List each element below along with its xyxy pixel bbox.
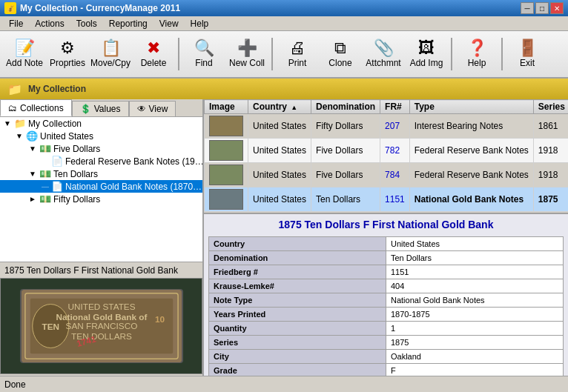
cell-series: 1918: [533, 139, 568, 163]
tree-toggle-root[interactable]: ▼: [3, 119, 12, 127]
detail-label: Note Type: [209, 293, 386, 307]
detail-value: National Gold Bank Notes: [386, 293, 563, 307]
clone-label: Clone: [328, 58, 351, 68]
exit-button[interactable]: 🚪 Exit: [507, 34, 547, 74]
clone-button[interactable]: ⧉ Clone: [320, 34, 360, 74]
tree-toggle-ngbn[interactable]: —: [42, 182, 49, 190]
new-coll-button[interactable]: ➕ New Coll: [227, 34, 267, 74]
tree-item-ngbn[interactable]: — 📄 National Gold Bank Notes (1870…: [0, 180, 202, 193]
find-button[interactable]: 🔍 Find: [184, 34, 224, 74]
toolbar-separator-4: [501, 38, 503, 70]
delete-button[interactable]: ✖ Delete: [133, 34, 174, 74]
cell-fr[interactable]: 207: [380, 114, 410, 139]
tree-container[interactable]: ▼ 📁 My Collection ▼ 🌐 United States ▼ 💵 …: [0, 117, 202, 262]
add-note-button[interactable]: 📝 Add Note: [4, 34, 44, 74]
cell-denomination: Five Dollars: [311, 139, 380, 163]
col-type[interactable]: Type: [409, 100, 533, 114]
menu-view[interactable]: View: [153, 17, 185, 30]
note-thumbnail: [209, 116, 243, 136]
tab-values[interactable]: 💲 Values: [72, 101, 129, 116]
find-icon: 🔍: [194, 40, 214, 56]
cell-type: National Gold Bank Notes: [409, 187, 533, 212]
svg-text:TEN: TEN: [42, 322, 59, 331]
attachment-button[interactable]: 📎 Attchmnt: [363, 34, 403, 74]
properties-label: Proprties: [50, 58, 85, 68]
tree-note-icon-fifty: 💵: [39, 193, 51, 205]
menu-help[interactable]: Help: [185, 17, 215, 30]
bottom-note-info: 1875 Ten Dollars F First National Gold B…: [0, 262, 202, 278]
window-title: My Collection - CurrencyManage 2011: [20, 3, 180, 13]
toolbar-separator-2: [271, 38, 273, 70]
detail-label: City: [209, 350, 386, 363]
tree-item-us[interactable]: ▼ 🌐 United States: [0, 130, 202, 142]
detail-value: 1870-1875: [386, 308, 563, 321]
values-tab-label: Values: [94, 104, 121, 114]
col-fr[interactable]: FR#: [380, 100, 410, 114]
properties-button[interactable]: ⚙ Proprties: [47, 34, 87, 74]
tab-view[interactable]: 👁 View: [129, 101, 176, 116]
detail-label: Series: [209, 336, 386, 349]
table-row[interactable]: United StatesTen Dollars1151National Gol…: [205, 187, 569, 212]
bottom-note-label: 1875 Ten Dollars F First National Gold B…: [4, 265, 178, 276]
properties-icon: ⚙: [60, 40, 75, 56]
tree-item-five[interactable]: ▼ 💵 Five Dollars: [0, 142, 202, 155]
svg-text:UNITED STATES: UNITED STATES: [67, 302, 135, 311]
menu-tools[interactable]: Tools: [70, 17, 103, 30]
tab-collections[interactable]: 🗂 Collections: [0, 99, 72, 116]
window-controls: ─ □ ✕: [521, 2, 564, 14]
tree-toggle-ten[interactable]: ▼: [28, 170, 37, 178]
table-row[interactable]: United StatesFive Dollars784Federal Rese…: [205, 163, 569, 187]
menu-actions[interactable]: Actions: [29, 17, 70, 30]
col-denomination[interactable]: Denomination: [311, 100, 380, 114]
cell-fr[interactable]: 784: [380, 163, 410, 187]
view-tab-label: View: [149, 104, 168, 114]
menu-bar: File Actions Tools Reporting View Help: [0, 16, 568, 31]
table-row[interactable]: United StatesFifty Dollars207Interest Be…: [205, 114, 569, 139]
print-icon: 🖨: [289, 40, 306, 56]
print-button[interactable]: 🖨 Print: [277, 34, 317, 74]
cell-series: 1861: [533, 114, 568, 139]
move-copy-button[interactable]: 📋 Move/Cpy: [90, 34, 131, 74]
tree-item-ten[interactable]: ▼ 💵 Ten Dollars: [0, 167, 202, 180]
delete-label: Delete: [141, 58, 167, 68]
exit-label: Exit: [520, 58, 535, 68]
cell-type: Interest Bearing Notes: [409, 114, 533, 139]
tree-item-root[interactable]: ▼ 📁 My Collection: [0, 117, 202, 130]
minimize-button[interactable]: ─: [521, 2, 534, 14]
tree-toggle-us[interactable]: ▼: [15, 132, 24, 140]
move-copy-icon: 📋: [101, 40, 121, 56]
tree-note-icon-five: 💵: [39, 143, 51, 154]
detail-label: Grade: [209, 364, 386, 376]
maximize-button[interactable]: □: [535, 2, 549, 14]
delete-icon: ✖: [147, 40, 160, 56]
tree-label-ten: Ten Dollars: [53, 169, 98, 179]
help-label: Help: [468, 58, 486, 68]
close-button[interactable]: ✕: [550, 2, 564, 14]
tree-toggle-fifty[interactable]: ►: [28, 195, 37, 203]
table-row[interactable]: United StatesFive Dollars782Federal Rese…: [205, 139, 569, 163]
menu-file[interactable]: File: [3, 17, 29, 30]
cell-fr[interactable]: 782: [380, 139, 410, 163]
cell-fr[interactable]: 1151: [380, 187, 410, 212]
new-coll-label: New Coll: [229, 58, 265, 68]
tree-doc-icon-ngbn: 📄: [51, 181, 63, 192]
data-table-container[interactable]: Image Country ▲ Denomination FR# Type Se…: [204, 99, 568, 214]
svg-text:SAN FRANCISCO: SAN FRANCISCO: [65, 321, 137, 330]
attachment-label: Attchmnt: [366, 58, 400, 68]
menu-reporting[interactable]: Reporting: [103, 17, 153, 30]
col-image[interactable]: Image: [205, 100, 248, 114]
detail-value: Oakland: [386, 350, 563, 363]
add-img-label: Add Img: [410, 58, 443, 68]
col-country[interactable]: Country ▲: [248, 100, 311, 114]
help-button[interactable]: ❓ Help: [457, 34, 497, 74]
tree-label-us: United States: [40, 131, 93, 142]
tree-item-fifty[interactable]: ► 💵 Fifty Dollars: [0, 193, 202, 205]
detail-label: Years Printed: [209, 308, 386, 321]
add-img-button[interactable]: 🖼 Add Img: [406, 34, 446, 74]
tree-note-icon-ten: 💵: [39, 168, 51, 179]
sort-arrow-country: ▲: [291, 104, 297, 111]
tree-item-frbn[interactable]: — 📄 Federal Reserve Bank Notes (19…: [0, 155, 202, 167]
print-label: Print: [288, 58, 307, 68]
col-series[interactable]: Series: [533, 100, 568, 114]
tree-toggle-five[interactable]: ▼: [28, 144, 37, 153]
